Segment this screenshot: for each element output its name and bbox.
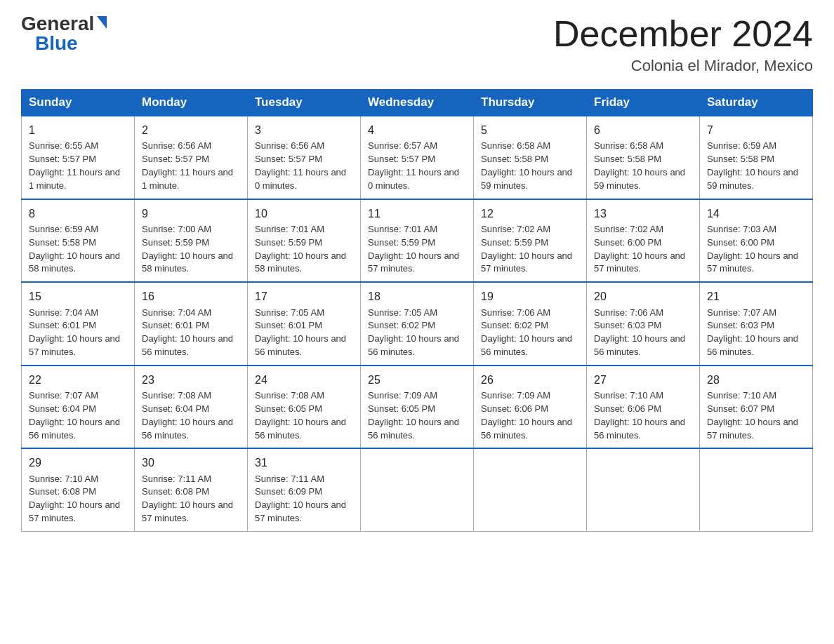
title-block: December 2024 Colonia el Mirador, Mexico [553, 14, 813, 75]
calendar-table: SundayMondayTuesdayWednesdayThursdayFrid… [21, 89, 813, 532]
day-number: 11 [368, 206, 466, 222]
calendar-cell [587, 448, 700, 531]
calendar-body: 1Sunrise: 6:55 AMSunset: 5:57 PMDaylight… [22, 116, 813, 531]
day-info: Sunrise: 7:09 AMSunset: 6:05 PMDaylight:… [368, 390, 459, 441]
header-wednesday: Wednesday [361, 90, 474, 116]
week-row-1: 1Sunrise: 6:55 AMSunset: 5:57 PMDaylight… [22, 116, 813, 199]
day-info: Sunrise: 7:11 AMSunset: 6:09 PMDaylight:… [255, 474, 346, 524]
logo-triangle-icon [97, 16, 107, 29]
calendar-cell: 22Sunrise: 7:07 AMSunset: 6:04 PMDayligh… [22, 365, 135, 449]
day-info: Sunrise: 7:11 AMSunset: 6:08 PMDaylight:… [142, 474, 233, 524]
calendar-cell: 24Sunrise: 7:08 AMSunset: 6:05 PMDayligh… [248, 365, 361, 449]
calendar-cell: 18Sunrise: 7:05 AMSunset: 6:02 PMDayligh… [361, 282, 474, 365]
calendar-header: SundayMondayTuesdayWednesdayThursdayFrid… [22, 90, 813, 116]
calendar-cell: 3Sunrise: 6:56 AMSunset: 5:57 PMDaylight… [248, 116, 361, 199]
day-number: 24 [255, 372, 353, 388]
day-number: 15 [29, 288, 127, 304]
day-info: Sunrise: 7:00 AMSunset: 5:59 PMDaylight:… [142, 224, 233, 274]
calendar-cell: 27Sunrise: 7:10 AMSunset: 6:06 PMDayligh… [587, 365, 700, 449]
week-row-5: 29Sunrise: 7:10 AMSunset: 6:08 PMDayligh… [22, 448, 813, 531]
day-info: Sunrise: 7:02 AMSunset: 5:59 PMDaylight:… [481, 224, 572, 274]
week-row-2: 8Sunrise: 6:59 AMSunset: 5:58 PMDaylight… [22, 199, 813, 283]
page-header: GeneralGeneral Blue December 2024 Coloni… [21, 14, 813, 75]
day-info: Sunrise: 6:55 AMSunset: 5:57 PMDaylight:… [29, 140, 120, 191]
header-tuesday: Tuesday [248, 90, 361, 116]
day-number: 19 [481, 288, 579, 304]
day-number: 5 [481, 122, 579, 138]
day-info: Sunrise: 7:07 AMSunset: 6:04 PMDaylight:… [29, 390, 120, 441]
calendar-cell: 16Sunrise: 7:04 AMSunset: 6:01 PMDayligh… [135, 282, 248, 365]
day-number: 23 [142, 372, 240, 388]
day-number: 20 [594, 288, 692, 304]
header-friday: Friday [587, 90, 700, 116]
day-info: Sunrise: 7:08 AMSunset: 6:05 PMDaylight:… [255, 390, 346, 441]
calendar-cell: 25Sunrise: 7:09 AMSunset: 6:05 PMDayligh… [361, 365, 474, 449]
calendar-cell: 28Sunrise: 7:10 AMSunset: 6:07 PMDayligh… [700, 365, 813, 449]
day-info: Sunrise: 7:03 AMSunset: 6:00 PMDaylight:… [707, 224, 798, 274]
header-saturday: Saturday [700, 90, 813, 116]
calendar-cell: 10Sunrise: 7:01 AMSunset: 5:59 PMDayligh… [248, 199, 361, 283]
day-info: Sunrise: 7:04 AMSunset: 6:01 PMDaylight:… [29, 307, 120, 358]
day-number: 12 [481, 206, 579, 222]
day-number: 6 [594, 122, 692, 138]
calendar-cell: 2Sunrise: 6:56 AMSunset: 5:57 PMDaylight… [135, 116, 248, 199]
day-number: 2 [142, 122, 240, 138]
calendar-cell: 21Sunrise: 7:07 AMSunset: 6:03 PMDayligh… [700, 282, 813, 365]
calendar-cell: 30Sunrise: 7:11 AMSunset: 6:08 PMDayligh… [135, 448, 248, 531]
day-info: Sunrise: 7:08 AMSunset: 6:04 PMDaylight:… [142, 390, 233, 441]
calendar-cell: 15Sunrise: 7:04 AMSunset: 6:01 PMDayligh… [22, 282, 135, 365]
calendar-cell: 6Sunrise: 6:58 AMSunset: 5:58 PMDaylight… [587, 116, 700, 199]
day-info: Sunrise: 7:06 AMSunset: 6:02 PMDaylight:… [481, 307, 572, 358]
day-number: 22 [29, 372, 127, 388]
day-info: Sunrise: 6:59 AMSunset: 5:58 PMDaylight:… [29, 224, 120, 274]
day-number: 9 [142, 206, 240, 222]
calendar-cell: 29Sunrise: 7:10 AMSunset: 6:08 PMDayligh… [22, 448, 135, 531]
calendar-cell: 12Sunrise: 7:02 AMSunset: 5:59 PMDayligh… [474, 199, 587, 283]
calendar-cell: 5Sunrise: 6:58 AMSunset: 5:58 PMDaylight… [474, 116, 587, 199]
day-info: Sunrise: 7:09 AMSunset: 6:06 PMDaylight:… [481, 390, 572, 441]
day-info: Sunrise: 7:07 AMSunset: 6:03 PMDaylight:… [707, 307, 798, 358]
location-subtitle: Colonia el Mirador, Mexico [553, 57, 813, 75]
calendar-cell: 26Sunrise: 7:09 AMSunset: 6:06 PMDayligh… [474, 365, 587, 449]
day-number: 4 [368, 122, 466, 138]
week-row-3: 15Sunrise: 7:04 AMSunset: 6:01 PMDayligh… [22, 282, 813, 365]
logo: GeneralGeneral Blue [21, 14, 107, 53]
header-sunday: Sunday [22, 90, 135, 116]
header-thursday: Thursday [474, 90, 587, 116]
logo-blue-text: Blue [35, 34, 78, 53]
day-number: 31 [255, 455, 353, 471]
day-info: Sunrise: 7:02 AMSunset: 6:00 PMDaylight:… [594, 224, 685, 274]
day-number: 21 [707, 288, 805, 304]
day-number: 7 [707, 122, 805, 138]
calendar-cell [361, 448, 474, 531]
day-number: 8 [29, 206, 127, 222]
day-number: 14 [707, 206, 805, 222]
calendar-cell: 20Sunrise: 7:06 AMSunset: 6:03 PMDayligh… [587, 282, 700, 365]
calendar-cell: 9Sunrise: 7:00 AMSunset: 5:59 PMDaylight… [135, 199, 248, 283]
day-number: 1 [29, 122, 127, 138]
calendar-cell: 14Sunrise: 7:03 AMSunset: 6:00 PMDayligh… [700, 199, 813, 283]
calendar-cell: 31Sunrise: 7:11 AMSunset: 6:09 PMDayligh… [248, 448, 361, 531]
week-row-4: 22Sunrise: 7:07 AMSunset: 6:04 PMDayligh… [22, 365, 813, 449]
day-number: 27 [594, 372, 692, 388]
calendar-cell: 13Sunrise: 7:02 AMSunset: 6:00 PMDayligh… [587, 199, 700, 283]
day-info: Sunrise: 7:10 AMSunset: 6:06 PMDaylight:… [594, 390, 685, 441]
calendar-cell [700, 448, 813, 531]
calendar-cell: 23Sunrise: 7:08 AMSunset: 6:04 PMDayligh… [135, 365, 248, 449]
day-info: Sunrise: 7:05 AMSunset: 6:02 PMDaylight:… [368, 307, 459, 358]
day-number: 28 [707, 372, 805, 388]
day-info: Sunrise: 6:58 AMSunset: 5:58 PMDaylight:… [481, 140, 572, 191]
calendar-cell [474, 448, 587, 531]
day-number: 18 [368, 288, 466, 304]
day-info: Sunrise: 7:01 AMSunset: 5:59 PMDaylight:… [368, 224, 459, 274]
calendar-cell: 11Sunrise: 7:01 AMSunset: 5:59 PMDayligh… [361, 199, 474, 283]
day-number: 10 [255, 206, 353, 222]
calendar-cell: 8Sunrise: 6:59 AMSunset: 5:58 PMDaylight… [22, 199, 135, 283]
day-number: 26 [481, 372, 579, 388]
day-number: 17 [255, 288, 353, 304]
day-info: Sunrise: 6:58 AMSunset: 5:58 PMDaylight:… [594, 140, 685, 191]
day-info: Sunrise: 7:01 AMSunset: 5:59 PMDaylight:… [255, 224, 346, 274]
day-info: Sunrise: 7:06 AMSunset: 6:03 PMDaylight:… [594, 307, 685, 358]
day-info: Sunrise: 7:04 AMSunset: 6:01 PMDaylight:… [142, 307, 233, 358]
logo-general-text: GeneralGeneral [21, 14, 94, 34]
